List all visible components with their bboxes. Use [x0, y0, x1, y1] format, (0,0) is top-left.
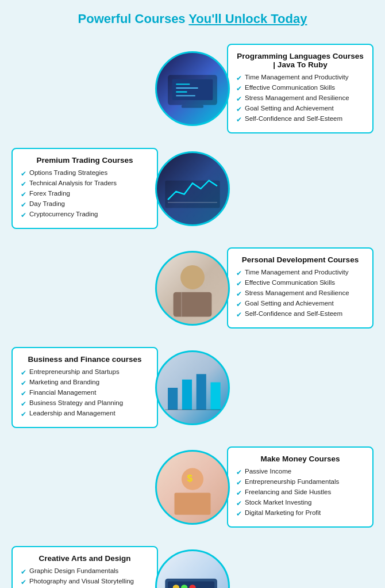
list-item: ✔Time Management and Productivity — [236, 269, 364, 277]
svg-point-9 — [180, 265, 205, 289]
svg-rect-6 — [182, 105, 203, 108]
list-item: ✔Options Trading Strategies — [21, 169, 149, 178]
list-item-text: Effective Communication Skills — [245, 279, 335, 286]
info-card-business: Business and Finance courses✔Entrepreneu… — [11, 347, 158, 428]
list-item-text: Cryptocurrency Trading — [29, 211, 98, 217]
list-item-text: Leadership and Management — [29, 410, 116, 417]
checkmark-icon: ✔ — [236, 311, 242, 319]
card-list-programming: ✔Time Management and Productivity✔Effect… — [236, 74, 364, 124]
section-row-trading: Premium Trading Courses✔Options Trading … — [6, 144, 379, 233]
svg-rect-14 — [197, 374, 206, 410]
checkmark-icon: ✔ — [236, 85, 242, 93]
list-item: ✔Graphic Design Fundamentals — [21, 567, 149, 576]
list-item: ✔Cryptocurrency Trading — [21, 211, 149, 219]
svg-rect-1 — [172, 79, 213, 100]
list-item: ✔Financial Management — [21, 389, 149, 398]
list-item-text: Day Trading — [29, 200, 65, 207]
list-item: ✔Goal Setting and Achievement — [236, 300, 364, 308]
checkmark-icon: ✔ — [236, 468, 242, 476]
list-item: ✔Leadership and Management — [21, 410, 149, 418]
info-card-personal: Personal Development Courses✔Time Manage… — [227, 247, 374, 329]
list-item-text: Forex Trading — [29, 190, 70, 197]
card-title-programming: Programming Languages Courses | Java To … — [236, 52, 364, 69]
list-item-text: Entrepreneurship and Startups — [29, 368, 120, 375]
list-item-text: Entrepreneurship Fundamentals — [245, 478, 339, 485]
list-item: ✔Time Management and Productivity — [236, 74, 364, 82]
list-item: ✔Forex Trading — [21, 190, 149, 198]
card-title-creative: Creative Arts and Design — [21, 554, 149, 563]
card-title-personal: Personal Development Courses — [236, 255, 364, 264]
list-item-text: Goal Setting and Achievement — [245, 105, 334, 112]
list-item-text: Effective Communication Skills — [245, 84, 335, 91]
checkmark-icon: ✔ — [21, 578, 26, 586]
svg-rect-15 — [210, 382, 220, 410]
list-item-text: Technical Analysis for Traders — [29, 180, 117, 186]
list-item-text: Options Trading Strategies — [29, 169, 107, 176]
list-item: ✔Day Trading — [21, 200, 149, 209]
list-item-text: Goal Setting and Achievement — [245, 300, 334, 307]
checkmark-icon: ✔ — [236, 105, 242, 113]
checkmark-icon: ✔ — [236, 510, 242, 518]
list-item: ✔Self-Confidence and Self-Esteem — [236, 310, 364, 319]
card-title-business: Business and Finance courses — [21, 355, 149, 364]
svg-rect-10 — [174, 292, 212, 316]
course-image-programming — [155, 51, 230, 126]
svg-rect-12 — [168, 388, 178, 410]
checkmark-icon: ✔ — [21, 379, 26, 387]
list-item: ✔Stress Management and Resilience — [236, 94, 364, 103]
course-image-personal — [155, 251, 230, 326]
list-item-text: Passive Income — [245, 468, 291, 475]
list-item: ✔Effective Communication Skills — [236, 84, 364, 93]
list-item-text: Time Management and Productivity — [245, 269, 348, 276]
list-item-text: Self-Confidence and Self-Esteem — [245, 115, 342, 122]
page-title: Powerful Courses You'll Unlock Today — [6, 12, 379, 26]
list-item-text: Photography and Visual Storytelling — [29, 578, 134, 585]
checkmark-icon: ✔ — [236, 116, 242, 124]
course-image-creative — [155, 549, 230, 589]
checkmark-icon: ✔ — [21, 410, 26, 418]
section-row-makemoney: $Make Money Courses✔Passive Income✔Entre… — [6, 442, 379, 532]
info-card-trading: Premium Trading Courses✔Options Trading … — [11, 148, 158, 229]
card-list-creative: ✔Graphic Design Fundamentals✔Photography… — [21, 567, 149, 588]
svg-rect-13 — [182, 379, 192, 409]
checkmark-icon: ✔ — [236, 300, 242, 308]
checkmark-icon: ✔ — [236, 280, 242, 288]
course-image-makemoney: $ — [155, 450, 230, 525]
list-item-text: Marketing and Branding — [29, 379, 99, 385]
list-item-text: Freelancing and Side Hustles — [245, 488, 331, 495]
svg-text:$: $ — [187, 472, 192, 484]
card-title-makemoney: Make Money Courses — [236, 455, 364, 463]
info-card-creative: Creative Arts and Design✔Graphic Design … — [11, 546, 158, 588]
card-list-trading: ✔Options Trading Strategies✔Technical An… — [21, 169, 149, 219]
checkmark-icon: ✔ — [236, 499, 242, 507]
card-list-personal: ✔Time Management and Productivity✔Effect… — [236, 269, 364, 319]
list-item-text: Graphic Design Fundamentals — [29, 567, 118, 574]
list-item-text: Financial Management — [29, 389, 96, 396]
list-item: ✔Goal Setting and Achievement — [236, 105, 364, 113]
list-item: ✔Self-Confidence and Self-Esteem — [236, 115, 364, 124]
list-item: ✔Freelancing and Side Hustles — [236, 488, 364, 497]
list-item: ✔Entrepreneurship and Startups — [21, 368, 149, 377]
list-item: ✔Digital Marketing for Profit — [236, 509, 364, 518]
checkmark-icon: ✔ — [21, 390, 26, 398]
checkmark-icon: ✔ — [21, 201, 26, 209]
card-title-trading: Premium Trading Courses — [21, 156, 149, 165]
list-item: ✔Stock Market Investing — [236, 499, 364, 507]
section-row-business: Business and Finance courses✔Entrepreneu… — [6, 343, 379, 432]
checkmark-icon: ✔ — [21, 568, 26, 576]
list-item-text: Time Management and Productivity — [245, 74, 348, 81]
list-item: ✔Effective Communication Skills — [236, 279, 364, 288]
checkmark-icon: ✔ — [21, 170, 26, 178]
section-row-programming: Programming Languages Courses | Java To … — [6, 44, 379, 133]
course-image-business — [155, 350, 230, 425]
list-item-text: Digital Marketing for Profit — [245, 509, 321, 516]
section-row-creative: Creative Arts and Design✔Graphic Design … — [6, 542, 379, 588]
list-item: ✔Marketing and Branding — [21, 379, 149, 387]
card-list-makemoney: ✔Passive Income✔Entrepreneurship Fundame… — [236, 468, 364, 518]
card-list-business: ✔Entrepreneurship and Startups✔Marketing… — [21, 368, 149, 418]
sections-container: Programming Languages Courses | Java To … — [6, 44, 379, 588]
list-item: ✔Passive Income — [236, 468, 364, 476]
list-item-text: Stress Management and Resilience — [245, 289, 349, 296]
checkmark-icon: ✔ — [236, 479, 242, 487]
checkmark-icon: ✔ — [21, 211, 26, 219]
